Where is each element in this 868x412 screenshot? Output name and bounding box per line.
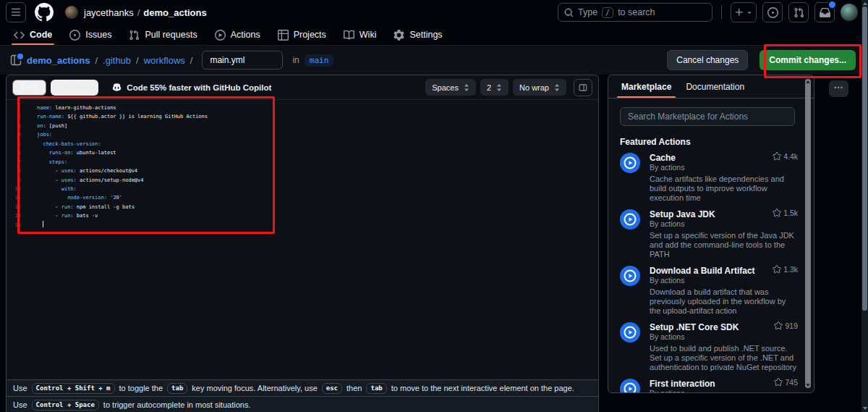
repo-tab-label: Issues xyxy=(85,30,111,40)
action-name: Setup Java JDK xyxy=(650,209,715,219)
keyboard-shortcut-key: Control + Shift + m xyxy=(32,383,115,394)
editor-panel: Edit Preview Code 55% faster with GitHub… xyxy=(6,75,599,412)
hamburger-menu-button[interactable] xyxy=(6,2,26,22)
code-line[interactable]: 8 - uses: actions/checkout@v4 xyxy=(7,167,598,175)
code-line-content: name: learn-github-actions xyxy=(21,104,116,112)
tab-preview[interactable]: Preview xyxy=(51,80,99,96)
code-line[interactable]: 12 - run: npm install -g bats xyxy=(7,203,598,211)
sidebar-tab-documentation[interactable]: Documentation xyxy=(678,75,752,98)
star-icon xyxy=(774,378,783,387)
statusbar-text: key moving focus. Alternatively, use xyxy=(192,384,317,392)
issues-dashboard-button[interactable] xyxy=(762,2,783,22)
repo-tab-pull-requests[interactable]: Pull requests xyxy=(122,25,203,45)
code-line[interactable]: 4jobs: xyxy=(7,130,598,139)
keyboard-shortcut-key: Control + Space xyxy=(32,400,99,411)
git-pull-request-icon xyxy=(129,30,140,41)
tab-edit[interactable]: Edit xyxy=(12,80,46,96)
unsaved-changes-dot xyxy=(16,52,25,61)
editor-statusbar-accessibility: UseControl + Shift + mto toggle thetabke… xyxy=(7,379,598,396)
github-logo-icon[interactable] xyxy=(35,3,54,22)
wrap-mode-select[interactable]: No wrap xyxy=(513,79,566,96)
inbox-icon xyxy=(820,7,830,18)
statusbar-text: then xyxy=(346,384,362,392)
actions-logo-icon xyxy=(620,322,640,372)
commit-changes-button[interactable]: Commit changes... xyxy=(760,50,856,70)
repo-tab-actions[interactable]: Actions xyxy=(208,25,267,45)
code-line-content: - run: npm install -g bats xyxy=(21,203,135,211)
notification-dot xyxy=(827,0,837,9)
github-file-editor-page: jaycethanks / demo_actions Type / to sea… xyxy=(0,0,868,412)
indent-size-select[interactable]: 2 xyxy=(480,79,509,96)
gear-icon xyxy=(393,30,404,41)
header-user-link[interactable]: jaycethanks xyxy=(84,7,134,18)
code-line[interactable]: 9 - uses: actions/setup-node@v4 xyxy=(7,176,598,185)
code-line[interactable]: 10 with: xyxy=(7,185,598,193)
file-panel-icon[interactable] xyxy=(10,54,22,66)
code-line-content: jobs: xyxy=(21,130,52,139)
line-number: 12 xyxy=(7,203,21,211)
issue-opened-icon xyxy=(69,30,80,41)
code-line[interactable]: 3on: [push] xyxy=(7,122,598,130)
marketplace-action-item[interactable]: Download a Build Artifact1.3kBy actionsD… xyxy=(620,265,798,316)
book-icon xyxy=(344,30,354,41)
user-avatar[interactable] xyxy=(841,4,858,21)
line-number: 2 xyxy=(7,112,21,121)
action-name: Download a Build Artifact xyxy=(650,266,755,276)
repo-tab-label: Code xyxy=(30,30,52,40)
marketplace-action-item[interactable]: Cache4.4kBy actionsCache artifacts like … xyxy=(620,152,798,203)
repo-tab-label: Wiki xyxy=(359,30,377,40)
header-repo-link[interactable]: demo_actions xyxy=(143,7,206,18)
repo-tab-code[interactable]: Code xyxy=(7,25,59,45)
keyboard-shortcut-key: esc xyxy=(322,383,342,394)
side-panel-toggle-button[interactable] xyxy=(574,79,592,96)
create-new-button[interactable] xyxy=(731,2,757,22)
marketplace-action-item[interactable]: Setup Java JDK1.5kBy actionsSet up a spe… xyxy=(620,209,798,259)
code-line[interactable]: 1name: learn-github-actions xyxy=(7,104,598,112)
breadcrumb-repo-link[interactable]: demo_actions xyxy=(27,55,90,66)
line-number: 6 xyxy=(7,148,21,157)
code-line-content: node-version: '20' xyxy=(21,193,122,202)
scroll-up-arrow-icon xyxy=(806,80,810,83)
sidebar-scrollbar[interactable] xyxy=(805,79,811,388)
line-number: 1 xyxy=(7,104,21,112)
code-line[interactable]: 13 - run: bats -v xyxy=(7,211,598,220)
featured-actions-list: Cache4.4kBy actionsCache artifacts like … xyxy=(608,152,814,393)
code-editor-textarea[interactable]: 1name: learn-github-actions2run-name: ${… xyxy=(7,100,598,379)
marketplace-search-input[interactable] xyxy=(620,107,795,126)
repo-tab-projects[interactable]: Projects xyxy=(271,25,333,45)
repo-tab-settings[interactable]: Settings xyxy=(387,25,448,45)
kebab-menu-button[interactable]: ⋯ xyxy=(829,80,848,97)
marketplace-action-item[interactable]: Setup .NET Core SDK919By actionsUsed to … xyxy=(620,321,798,372)
repo-tab-wiki[interactable]: Wiki xyxy=(337,25,383,45)
breadcrumb-dir-link[interactable]: .github xyxy=(103,55,131,66)
global-search-input[interactable]: Type / to search xyxy=(558,3,712,22)
indent-mode-select[interactable]: Spaces xyxy=(425,79,476,96)
action-author: By actions xyxy=(650,332,798,341)
code-line[interactable]: 6 runs-on: ubuntu-latest xyxy=(7,148,598,157)
search-placeholder-suffix: to search xyxy=(618,7,655,17)
action-author: By actions xyxy=(650,163,798,172)
code-line[interactable]: 2run-name: ${{ github.actor }} is learni… xyxy=(7,112,598,121)
filename-input[interactable] xyxy=(202,51,283,70)
copilot-icon xyxy=(111,82,122,93)
code-line[interactable]: 5 check-bats-version: xyxy=(7,140,598,148)
keyboard-shortcut-key: tab xyxy=(167,383,187,394)
copilot-banner[interactable]: Code 55% faster with GitHub Copilot xyxy=(111,82,271,93)
breadcrumb-dir-link[interactable]: workflows xyxy=(144,55,185,66)
action-name: First interaction xyxy=(650,379,715,389)
code-line[interactable]: 14 xyxy=(7,221,598,230)
star-count: 1.5k xyxy=(773,209,798,217)
code-line[interactable]: 11 node-version: '20' xyxy=(7,193,598,202)
sidebar-tab-marketplace[interactable]: Marketplace xyxy=(614,75,678,98)
sidebar-layout-icon xyxy=(579,83,587,93)
page-scrollbar-thumb[interactable] xyxy=(862,7,867,311)
marketplace-action-item[interactable]: First interaction745By actionsGreet new … xyxy=(620,378,798,393)
repo-tab-issues[interactable]: Issues xyxy=(63,25,118,45)
code-line[interactable]: 7 steps: xyxy=(7,158,598,167)
page-scrollbar[interactable] xyxy=(861,0,868,412)
star-icon xyxy=(773,265,781,274)
header-breadcrumb: jaycethanks / demo_actions xyxy=(84,7,207,18)
pull-requests-dashboard-button[interactable] xyxy=(788,2,809,22)
cancel-changes-button[interactable]: Cancel changes xyxy=(667,50,748,70)
repo-tab-label: Pull requests xyxy=(145,30,197,40)
